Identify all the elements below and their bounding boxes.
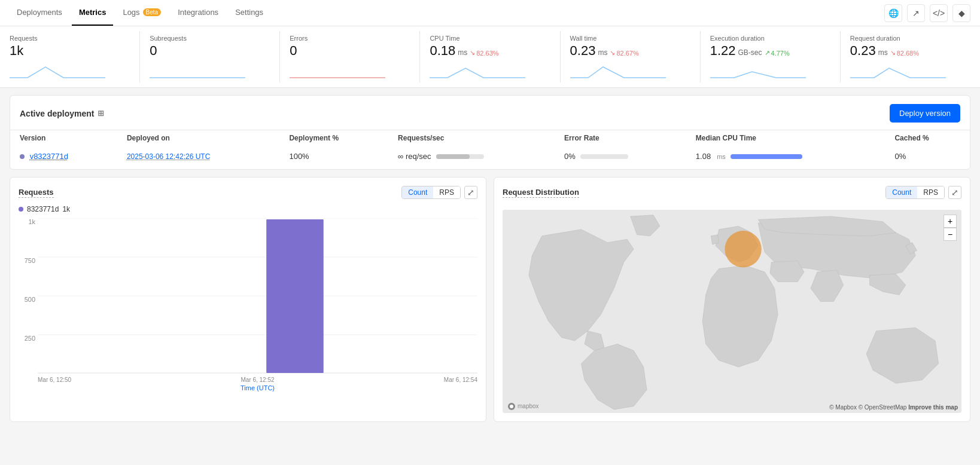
external-link-button[interactable]: ↗ xyxy=(907,4,925,22)
tab-deployments[interactable]: Deployments xyxy=(10,0,69,26)
exec-change: ↗ 4.77% xyxy=(765,49,790,57)
bar-chart-svg xyxy=(38,218,477,374)
col-median-cpu: Median CPU Time xyxy=(686,130,885,148)
col-cached-pct: Cached % xyxy=(885,130,970,148)
deploy-version-button[interactable]: Deploy version xyxy=(890,104,960,123)
cell-median-cpu: 1.08 ms xyxy=(686,147,885,169)
cell-version: v8323771d xyxy=(10,147,117,169)
tab-integrations[interactable]: Integrations xyxy=(171,0,226,26)
cell-requests-sec: ∞ req/sec xyxy=(388,147,555,169)
metric-wall-time: Wall time 0.23 ms ↘ 82.67% xyxy=(561,31,701,82)
cell-deployed-on: 2025-03-06 12:42:26 UTC xyxy=(117,147,280,169)
cpu-bar-bg xyxy=(731,154,802,159)
col-deployed-on: Deployed on xyxy=(117,130,280,148)
map-attribution: © Mapbox © OpenStreetMap Improve this ma… xyxy=(829,404,958,411)
top-navigation: Deployments Metrics Logs Beta Integratio… xyxy=(0,0,980,26)
requests-panel: Requests Count RPS ⤢ 8323771d 1k xyxy=(10,177,486,422)
beta-badge: Beta xyxy=(143,8,162,16)
expand-icon[interactable]: ⤢ xyxy=(464,186,477,199)
y-axis: 1k 750 500 250 xyxy=(19,218,38,374)
deployed-on-link[interactable]: 2025-03-06 12:42:26 UTC xyxy=(127,152,210,161)
req-dur-sparkline xyxy=(850,61,946,79)
code-button[interactable]: </> xyxy=(930,4,948,22)
world-map: + − mapbox © Mapbox © OpenStreetMap Impr… xyxy=(503,210,961,413)
tab-logs[interactable]: Logs Beta xyxy=(115,0,168,26)
cpu-sparkline xyxy=(430,61,525,79)
distribution-panel-header: Request Distribution Count RPS ⤢ xyxy=(503,186,961,199)
metric-req-dur-value: 0.23 xyxy=(850,43,876,59)
card-header: Active deployment ⊞ Deploy version xyxy=(10,96,970,130)
map-controls: + − xyxy=(944,215,957,241)
svg-point-10 xyxy=(510,405,513,408)
tab-settings[interactable]: Settings xyxy=(228,0,270,26)
nav-tabs: Deployments Metrics Logs Beta Integratio… xyxy=(10,0,270,26)
legend-value: 1k xyxy=(62,205,70,213)
mapbox-logo: mapbox xyxy=(507,402,539,411)
request-distribution-panel: Request Distribution Count RPS ⤢ xyxy=(494,177,970,422)
chart-legend: 8323771d 1k xyxy=(19,205,477,213)
panels-row: Requests Count RPS ⤢ 8323771d 1k xyxy=(10,177,970,422)
legend-dot xyxy=(19,207,23,212)
distribution-panel-controls: Count RPS ⤢ xyxy=(885,186,961,199)
info-icon[interactable]: ⊞ xyxy=(98,109,104,118)
cell-cached-pct: 0% xyxy=(885,147,970,169)
improve-map-link[interactable]: Improve this map xyxy=(908,404,958,411)
metric-requests-value: 1k xyxy=(10,43,23,59)
dist-count-button[interactable]: Count xyxy=(886,186,917,198)
metric-wall-value: 0.23 xyxy=(570,43,596,59)
requests-panel-title: Requests xyxy=(19,188,54,198)
metrics-bar: Requests 1k Subrequests 0 Errors 0 CPU T… xyxy=(0,26,980,88)
metric-requests: Requests 1k xyxy=(0,31,140,82)
col-requests-sec: Requests/sec xyxy=(388,130,555,148)
tab-metrics[interactable]: Metrics xyxy=(72,0,114,26)
cpu-bar-fill xyxy=(731,154,802,159)
zoom-in-button[interactable]: + xyxy=(944,215,957,228)
metric-exec-value: 1.22 xyxy=(710,43,736,59)
card-title: Active deployment ⊞ xyxy=(20,109,104,118)
map-svg xyxy=(503,210,961,413)
zoom-out-button[interactable]: − xyxy=(944,228,957,241)
rps-button[interactable]: RPS xyxy=(433,186,460,198)
main-content: Active deployment ⊞ Deploy version Versi… xyxy=(0,88,980,429)
x-axis-title: Time (UTC) xyxy=(38,384,477,391)
requests-panel-header: Requests Count RPS ⤢ xyxy=(19,186,477,199)
dist-count-rps-toggle: Count RPS xyxy=(885,186,945,199)
requests-sparkline xyxy=(10,61,105,79)
table-row: v8323771d 2025-03-06 12:42:26 UTC 100% ∞… xyxy=(10,147,970,169)
legend-label: 8323771d xyxy=(27,205,59,213)
distribution-panel-title: Request Distribution xyxy=(503,188,579,198)
deployment-table: Version Deployed on Deployment % Request… xyxy=(10,130,970,169)
metric-errors-value: 0 xyxy=(290,43,297,59)
metric-subrequests: Subrequests 0 xyxy=(140,31,280,82)
requests-bar-fill xyxy=(436,154,470,159)
wall-change: ↘ 82.67% xyxy=(610,49,638,57)
wall-sparkline xyxy=(570,61,666,79)
globe-icon-button[interactable]: 🌐 xyxy=(884,4,902,22)
active-deployment-card: Active deployment ⊞ Deploy version Versi… xyxy=(10,95,970,170)
cell-deployment-pct: 100% xyxy=(279,147,388,169)
col-deployment-pct: Deployment % xyxy=(279,130,388,148)
metric-cpu-time: CPU Time 0.18 ms ↘ 82.63% xyxy=(420,31,560,82)
dist-expand-icon[interactable]: ⤢ xyxy=(948,186,961,199)
chart-inner: Mar 6, 12:50 Mar 6, 12:52 Mar 6, 12:54 T… xyxy=(38,218,477,391)
metric-errors: Errors 0 xyxy=(280,31,420,82)
metric-request-duration: Request duration 0.23 ms ↘ 82.68% xyxy=(841,31,980,82)
col-error-rate: Error Rate xyxy=(555,130,686,148)
col-version: Version xyxy=(10,130,117,148)
count-button[interactable]: Count xyxy=(402,186,433,198)
metric-subrequests-value: 0 xyxy=(150,43,157,59)
svg-rect-7 xyxy=(266,219,324,373)
errors-sparkline xyxy=(290,61,385,79)
version-link[interactable]: v8323771d xyxy=(30,152,68,161)
metric-cpu-value: 0.18 xyxy=(430,43,455,59)
subrequests-sparkline xyxy=(150,61,245,79)
exec-sparkline xyxy=(710,61,806,79)
diamond-icon-button[interactable]: ◆ xyxy=(952,4,970,22)
cpu-change: ↘ 82.63% xyxy=(470,49,498,57)
dist-rps-button[interactable]: RPS xyxy=(917,186,944,198)
version-dot xyxy=(20,154,25,159)
cluster-dot xyxy=(725,231,761,267)
requests-bar-bg xyxy=(436,154,484,159)
nav-icons: 🌐 ↗ </> ◆ xyxy=(884,4,970,22)
req-dur-change: ↘ 82.68% xyxy=(890,49,919,57)
